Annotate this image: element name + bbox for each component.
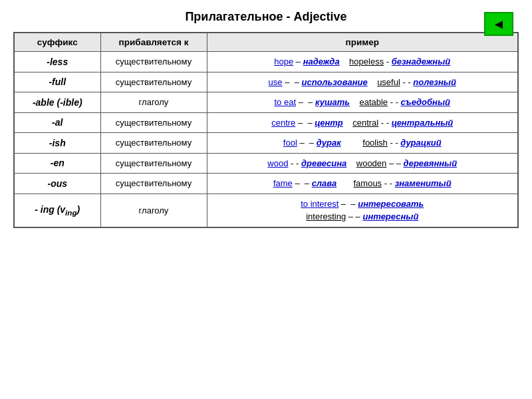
table-row: -ishсуществительномуfool – – дурак fooli…	[14, 133, 518, 154]
header-suffix: суффикс	[14, 33, 100, 52]
table-row: -lessсуществительномуhope – надежда hope…	[14, 52, 518, 72]
back-button[interactable]: ◄	[484, 12, 513, 36]
table-row: -fullсуществительномуuse – – использован…	[14, 72, 518, 92]
cell-example: use – – использование useful - - полезны…	[207, 72, 518, 92]
cell-suffix: -ous	[14, 174, 100, 194]
page-title: Прилагательное - Adjective	[185, 10, 346, 24]
cell-example: hope – надежда hopeless - безнадежный	[207, 52, 518, 72]
back-arrow-icon: ◄	[492, 17, 505, 32]
cell-suffix: - ing (ving)	[14, 194, 100, 227]
cell-suffix: -al	[14, 112, 100, 133]
cell-added-to: существительному	[100, 153, 207, 174]
cell-suffix: -less	[14, 52, 100, 72]
table-row: -ousсуществительномуfame – – слава famou…	[14, 174, 518, 194]
cell-added-to: существительному	[100, 174, 207, 194]
adjective-table: суффикс прибавляется к пример -lessсущес…	[13, 32, 519, 228]
cell-suffix: -full	[14, 72, 100, 92]
cell-suffix: -en	[14, 153, 100, 174]
header-added-to: прибавляется к	[100, 33, 207, 52]
cell-example: wood - - древесина wooden – – деревянный	[207, 153, 518, 174]
header-example: пример	[207, 33, 518, 52]
cell-added-to: существительному	[100, 133, 207, 154]
cell-added-to: глаголу	[100, 92, 207, 113]
cell-added-to: существительному	[100, 52, 207, 72]
cell-added-to: существительному	[100, 112, 207, 133]
table-row: -alсуществительномуcentre – – центр cent…	[14, 112, 518, 133]
cell-added-to: глаголу	[100, 194, 207, 227]
cell-example: fool – – дурак foolish - - дурацкий	[207, 133, 518, 154]
cell-example: to interest – – интересоватьinteresting …	[207, 194, 518, 227]
cell-suffix: -able (-ible)	[14, 92, 100, 113]
cell-added-to: существительному	[100, 72, 207, 92]
cell-suffix: -ish	[14, 133, 100, 154]
table-row: -enсуществительномуwood - - древесина wo…	[14, 153, 518, 174]
table-row: - ing (ving)глаголуto interest – – интер…	[14, 194, 518, 227]
cell-example: fame – – слава famous - - знаменитый	[207, 174, 518, 194]
page-container: Прилагательное - Adjective ◄ суффикс при…	[0, 0, 532, 399]
cell-example: to eat – – кушать eatable - - съедобный	[207, 92, 518, 113]
table-row: -able (-ible)глаголуto eat – – кушать ea…	[14, 92, 518, 113]
cell-example: centre – – центр central - - центральный	[207, 112, 518, 133]
